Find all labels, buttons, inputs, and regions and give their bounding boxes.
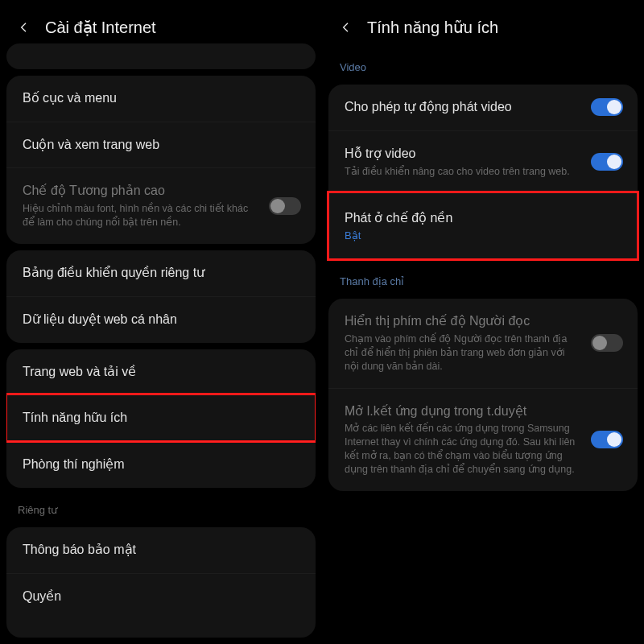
toggle-video-assist[interactable]	[591, 153, 623, 171]
list-item-open-app-links[interactable]: Mở l.kết ứng dụng trong t.duyệt Mở các l…	[328, 388, 638, 491]
settings-group: Thông báo bảo mật Quyền	[6, 527, 316, 638]
header: Tính năng hữu ích	[322, 0, 644, 52]
list-item-permissions[interactable]: Quyền	[6, 573, 316, 638]
screen-internet-settings: Cài đặt Internet Bố cục và menu Cuộn và …	[0, 0, 322, 644]
settings-group: Bố cục và menu Cuộn và xem trang web Chế…	[6, 76, 316, 244]
section-label-addressbar: Thanh địa chỉ	[322, 266, 644, 292]
toggle-reader-mode[interactable]	[591, 334, 623, 352]
list-item-autoplay-video[interactable]: Cho phép tự động phát video	[328, 85, 638, 130]
list-item-sites-downloads[interactable]: Trang web và tải về	[6, 349, 316, 395]
list-item-video-assist[interactable]: Hỗ trợ video Tải điều khiển nâng cao cho…	[328, 130, 638, 193]
list-item-background-play[interactable]: Phát ở chế độ nền Bật	[328, 192, 638, 259]
settings-group: Hiển thị phím chế độ Người đọc Chạm vào …	[328, 299, 638, 491]
list-item-layout-menu[interactable]: Bố cục và menu	[6, 76, 316, 122]
list-item-high-contrast[interactable]: Chế độ Tương phản cao Hiệu chỉnh màu fon…	[6, 167, 316, 244]
settings-group: Phát ở chế độ nền Bật	[328, 192, 638, 259]
back-icon[interactable]	[336, 18, 356, 37]
list-item-security-notice[interactable]: Thông báo bảo mật	[6, 527, 316, 573]
list-item[interactable]	[6, 43, 316, 69]
list-item-privacy-dashboard[interactable]: Bảng điều khiển quyền riêng tư	[6, 250, 316, 296]
back-icon[interactable]	[14, 18, 34, 37]
list-item-reader-mode-key[interactable]: Hiển thị phím chế độ Người đọc Chạm vào …	[328, 299, 638, 387]
settings-group: Bảng điều khiển quyền riêng tư Dữ liệu d…	[6, 250, 316, 343]
status-on: Bật	[345, 229, 621, 242]
toggle-autoplay-video[interactable]	[591, 98, 623, 116]
section-label-video: Video	[322, 52, 644, 78]
page-title: Cài đặt Internet	[45, 18, 156, 37]
settings-group: Cho phép tự động phát video Hỗ trợ video…	[328, 85, 638, 192]
settings-group: Trang web và tải về Tính năng hữu ích Ph…	[6, 349, 316, 488]
list-item-scroll-view[interactable]: Cuộn và xem trang web	[6, 122, 316, 168]
list-item-labs[interactable]: Phòng thí nghiệm	[6, 441, 316, 488]
screen-useful-features: Tính năng hữu ích Video Cho phép tự động…	[322, 0, 644, 644]
page-title: Tính năng hữu ích	[367, 18, 498, 37]
section-label-privacy: Riêng tư	[0, 494, 322, 521]
list-item-useful-features[interactable]: Tính năng hữu ích	[6, 394, 316, 441]
list-item-personal-browsing-data[interactable]: Dữ liệu duyệt web cá nhân	[6, 296, 316, 343]
settings-group	[6, 43, 316, 69]
toggle-high-contrast[interactable]	[269, 197, 301, 215]
toggle-open-app-links[interactable]	[591, 431, 623, 448]
